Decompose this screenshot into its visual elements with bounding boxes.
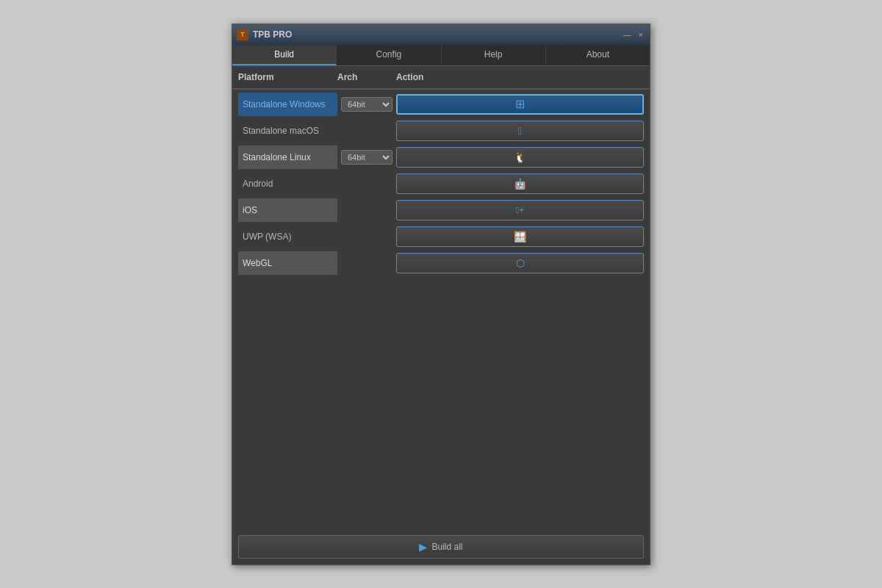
row-ios: iOS +	[238, 198, 644, 222]
close-button[interactable]: ×	[637, 30, 645, 39]
action-button-linux[interactable]: 🐧	[396, 147, 644, 168]
webgl-icon: ⬡	[516, 257, 525, 269]
windows-icon: ⊞	[515, 97, 525, 111]
arch-select-windows[interactable]: 64bit 32bit	[341, 97, 392, 112]
arch-select-linux[interactable]: 64bit 32bit	[341, 150, 392, 165]
platform-name-uwp: UWP (WSA)	[238, 225, 337, 248]
platform-name-windows: Standalone Windows	[238, 93, 337, 116]
column-arch: Arch	[337, 72, 396, 82]
platform-name-webgl: WebGL	[238, 251, 337, 275]
build-all-button[interactable]: ▶ Build all	[238, 535, 644, 559]
android-icon: 🤖	[514, 178, 526, 190]
empty-area	[232, 278, 650, 403]
app-icon: T	[237, 29, 248, 40]
nav-bar: Build Config Help About	[232, 45, 650, 66]
row-webgl: WebGL ⬡	[238, 251, 644, 275]
action-cell-macos: 	[396, 121, 644, 141]
linux-icon: 🐧	[514, 151, 526, 163]
action-button-ios[interactable]: +	[396, 200, 644, 220]
tab-config[interactable]: Config	[337, 45, 441, 65]
action-button-windows[interactable]: ⊞	[396, 94, 644, 115]
platform-name-macos: Standalone macOS	[238, 119, 337, 143]
title-bar-controls: — ×	[621, 30, 645, 39]
platform-list: Standalone Windows 64bit 32bit ⊞ Standal…	[232, 90, 650, 278]
tab-help[interactable]: Help	[442, 45, 546, 65]
uwp-icon: 🪟	[514, 231, 526, 243]
platform-name-linux: Standalone Linux	[238, 146, 337, 169]
tab-build[interactable]: Build	[232, 45, 337, 65]
column-action: Action	[396, 72, 650, 82]
action-button-webgl[interactable]: ⬡	[396, 253, 644, 273]
row-macos: Standalone macOS 	[238, 119, 644, 143]
main-window: T TPB PRO — × Build Config Help About Pl…	[232, 24, 650, 565]
arch-cell-linux: 64bit 32bit	[337, 150, 396, 165]
build-all-icon: ▶	[419, 541, 427, 553]
action-cell-uwp: 🪟	[396, 226, 644, 247]
row-android: Android 🤖	[238, 172, 644, 196]
row-linux: Standalone Linux 64bit 32bit 🐧	[238, 146, 644, 169]
content-area: Platform Arch Action Standalone Windows …	[232, 66, 650, 559]
table-header: Platform Arch Action	[232, 66, 650, 90]
row-uwp: UWP (WSA) 🪟	[238, 225, 644, 248]
build-all-label: Build all	[431, 542, 462, 552]
platform-name-ios: iOS	[238, 198, 337, 222]
column-platform: Platform	[238, 72, 337, 82]
action-cell-linux: 🐧	[396, 147, 644, 168]
action-button-android[interactable]: 🤖	[396, 173, 644, 194]
action-cell-ios: +	[396, 200, 644, 220]
action-cell-webgl: ⬡	[396, 253, 644, 273]
action-button-macos[interactable]: 	[396, 121, 644, 141]
row-windows: Standalone Windows 64bit 32bit ⊞	[238, 93, 644, 116]
action-cell-android: 🤖	[396, 173, 644, 194]
arch-cell-windows: 64bit 32bit	[337, 97, 396, 112]
title-bar: T TPB PRO — ×	[232, 24, 650, 45]
window-title: TPB PRO	[253, 29, 292, 40]
platform-name-android: Android	[238, 172, 337, 196]
ios-icon: +	[516, 205, 524, 215]
title-bar-left: T TPB PRO	[237, 29, 292, 40]
action-cell-windows: ⊞	[396, 94, 644, 115]
action-button-uwp[interactable]: 🪟	[396, 226, 644, 247]
minimize-button[interactable]: —	[621, 30, 634, 39]
tab-about[interactable]: About	[546, 45, 650, 65]
macos-icon: 	[518, 125, 522, 137]
